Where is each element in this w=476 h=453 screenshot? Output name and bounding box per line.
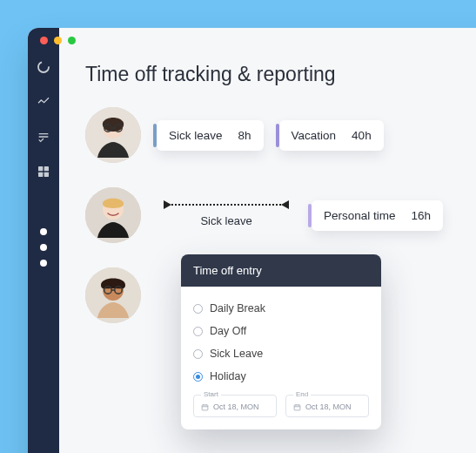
user-row: Sick leave 8h Vacation 40h [85,107,476,163]
dot [40,260,47,267]
chip-hours: 40h [352,129,372,142]
window-traffic-lights [40,37,76,44]
field-label: Start [201,390,221,398]
svg-rect-3 [38,166,43,171]
chip-label: Vacation [292,129,337,142]
page-title: Time off tracking & reporting [85,63,476,86]
traffic-zoom[interactable] [68,37,76,44]
radio-option-holiday[interactable]: Holiday [193,365,369,388]
radio-icon [193,372,203,382]
radio-label: Daily Break [210,302,265,314]
main-content: Time off tracking & reporting Sick leave… [59,28,476,453]
radio-label: Holiday [210,370,246,382]
app-window: Time off tracking & reporting Sick leave… [28,28,476,453]
svg-rect-5 [38,172,43,177]
traffic-minimize[interactable] [54,37,62,44]
user-row: Sick leave Personal time 16h [85,187,476,243]
radio-option-daily-break[interactable]: Daily Break [193,297,369,320]
dot [40,244,47,251]
radio-option-sick-leave[interactable]: Sick Leave [193,342,369,365]
svg-rect-19 [202,404,208,409]
svg-point-0 [38,62,49,72]
timeline-label: Sick leave [200,214,251,227]
avatar-user-3[interactable] [85,267,141,323]
svg-rect-6 [44,172,49,177]
timeoff-chip-vacation[interactable]: Vacation 40h [279,120,384,151]
radio-icon [193,349,203,359]
grid-icon[interactable] [36,164,51,179]
chip-hours: 16h [412,209,432,222]
traffic-close[interactable] [40,37,48,44]
radio-label: Day Off [210,325,246,337]
timeoff-chip-personal-time[interactable]: Personal time 16h [312,200,443,231]
time-off-entry-panel: Time off entry Daily Break Day Off Sick … [181,254,381,429]
svg-rect-23 [294,404,300,409]
radio-option-day-off[interactable]: Day Off [193,320,369,342]
sidebar-pagination-dots [40,228,47,267]
radio-icon [193,327,203,336]
radio-label: Sick Leave [210,348,263,360]
calendar-icon [201,403,209,411]
chip-hours: 8h [238,129,251,142]
avatar-user-1[interactable] [85,107,141,163]
svg-rect-4 [44,166,49,171]
timeoff-chip-sick-leave[interactable]: Sick leave 8h [157,120,264,151]
calendar-icon [293,403,301,411]
avatar-user-2[interactable] [85,187,141,243]
field-value: Oct 18, MON [213,402,259,411]
timeline-bar [165,204,287,206]
field-value: Oct 18, MON [305,402,352,411]
sidebar [28,28,59,453]
dot [40,228,47,235]
radio-icon [193,304,203,314]
analytics-icon[interactable] [36,94,51,110]
chip-label: Personal time [324,209,396,222]
spinner-icon[interactable] [36,59,51,75]
start-date-field[interactable]: Start Oct 18, MON [193,395,277,417]
chip-label: Sick leave [169,129,223,142]
list-check-icon[interactable] [36,129,51,145]
timeline-sick-leave: Sick leave [157,204,296,227]
field-label: End [293,390,311,398]
end-date-field[interactable]: End Oct 18, MON [285,395,369,417]
panel-title: Time off entry [181,254,381,287]
